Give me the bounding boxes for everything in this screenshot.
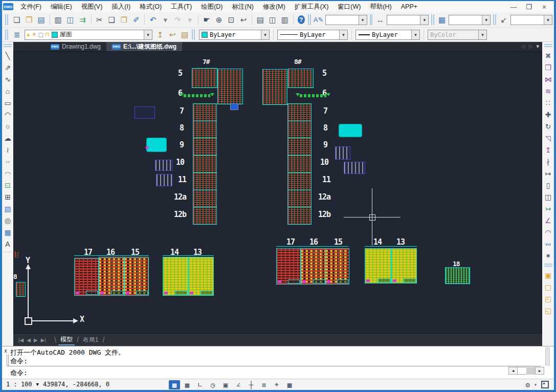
plan-frame[interactable] — [287, 121, 312, 139]
close-command-icon[interactable]: x — [4, 348, 7, 354]
rotate-button[interactable]: ↻ — [543, 120, 554, 132]
stretch-button[interactable]: ↥ — [543, 144, 554, 156]
toolbar-grip[interactable] — [431, 14, 434, 25]
tower-elevation-frame[interactable] — [74, 258, 99, 296]
otrack-toggle[interactable]: ∠ — [233, 380, 244, 389]
osnap-toggle[interactable]: ▣ — [220, 380, 231, 389]
plan-frame[interactable] — [193, 190, 217, 208]
zoom-previous-button[interactable]: ↩ — [237, 14, 250, 26]
menu-express-tools[interactable]: 扩展工具(X) — [291, 2, 333, 12]
open-button[interactable]: ❐ — [23, 14, 35, 26]
chamfer-button[interactable]: ∠ — [543, 214, 554, 226]
fillet-button[interactable]: ◠ — [543, 226, 554, 238]
linetype-combo[interactable]: ByLayer ▾ — [277, 30, 348, 40]
blend-curves-button[interactable]: ∾ — [543, 238, 554, 250]
tower-elevation-frame[interactable] — [99, 257, 124, 296]
tab-list-dropdown-icon[interactable]: ▾ — [536, 43, 539, 50]
plan-frame[interactable] — [288, 69, 314, 88]
tab-layout1[interactable]: 布局1 — [81, 335, 101, 345]
arc-button[interactable]: ◠ — [2, 108, 13, 120]
prev-layout-button[interactable]: ◀ — [27, 337, 31, 343]
tower-elevation-frame[interactable] — [276, 248, 301, 285]
block-8-title[interactable]: 8# — [294, 58, 301, 65]
menu-view[interactable]: 视图(V) — [77, 2, 107, 12]
dropdown-arrow-icon[interactable]: ▾ — [261, 30, 269, 39]
ortho-toggle[interactable]: ∟ — [194, 380, 206, 389]
building-outline[interactable] — [155, 160, 172, 171]
lwt-display-toggle[interactable]: ≡ — [258, 380, 270, 389]
tower-elevation-frame[interactable] — [365, 248, 391, 284]
tower-elevation-frame[interactable] — [391, 248, 417, 284]
elevation-annotation[interactable] — [300, 94, 326, 97]
fullscreen-icon[interactable] — [541, 381, 549, 388]
row-label[interactable]: 10 — [320, 159, 328, 166]
cursor-coordinates[interactable]: 439874, -284668, 0 — [43, 381, 109, 388]
draworder-back-button[interactable]: ▢ — [543, 281, 554, 293]
last-layout-button[interactable]: ▶| — [41, 337, 46, 343]
multiline-text-button[interactable]: A — [2, 238, 13, 250]
publish-button[interactable]: ⇉ — [77, 14, 89, 26]
dropdown-arrow-icon[interactable]: ▾ — [420, 15, 428, 25]
scrollbar-track[interactable] — [518, 367, 526, 375]
menu-edit[interactable]: 编辑(E) — [47, 2, 76, 12]
scale-dropdown-icon[interactable]: ▼ — [36, 382, 39, 387]
layer-lock-icon[interactable]: ⊓ — [45, 31, 50, 38]
sheet-label[interactable]: 18 — [453, 260, 460, 267]
row-label[interactable]: 9 — [323, 141, 327, 149]
toolbar-grip[interactable] — [5, 29, 8, 40]
redo-button[interactable]: ↷ — [171, 14, 184, 26]
command-input-prompt[interactable]: 命令: — [10, 368, 28, 378]
undo-dropdown-icon[interactable]: ▾ — [159, 14, 171, 26]
dropdown-arrow-icon[interactable]: ▾ — [411, 30, 419, 39]
plan-frame[interactable] — [193, 155, 217, 173]
row-label[interactable]: 12b — [318, 211, 330, 219]
pan-button[interactable]: ☛ — [201, 14, 213, 26]
building-outline[interactable] — [135, 106, 155, 119]
dropdown-arrow-icon[interactable]: ▾ — [544, 15, 552, 25]
layer-states-button[interactable]: ▤ — [179, 29, 191, 41]
toolbar-grip[interactable] — [544, 44, 552, 47]
grid-toggle[interactable]: ▦ — [182, 380, 193, 389]
toolbar-grip[interactable] — [544, 264, 552, 267]
sheet-label[interactable]: 17 — [286, 238, 295, 246]
undo-button[interactable]: ↶ — [147, 14, 159, 26]
tower-elevation-frame[interactable] — [301, 248, 326, 285]
layer-vp-freeze-icon[interactable]: ▢ — [38, 31, 43, 38]
plan-frame[interactable] — [192, 68, 217, 88]
plan-frame[interactable] — [193, 207, 217, 225]
menu-tools[interactable]: 工具(T) — [167, 2, 196, 12]
help-button[interactable]: ? — [298, 15, 305, 24]
tab-model[interactable]: 模型 — [58, 335, 75, 345]
dim-style-combo[interactable]: ▾ — [387, 15, 429, 25]
zoom-realtime-button[interactable]: ⊕ — [213, 14, 225, 26]
polygon-button[interactable]: ⌂ — [2, 85, 13, 97]
print-preview-button[interactable]: ◫ — [64, 14, 77, 26]
menu-dimension[interactable]: 标注(N) — [228, 2, 258, 12]
hatch-button[interactable]: ▨ — [2, 203, 13, 214]
spline-button[interactable]: ≀ — [2, 144, 13, 156]
plan-frame[interactable] — [287, 138, 312, 156]
drawing-canvas[interactable]: 7# 8# 5 6 7 8 9 10 11 12a 12b 5 6 7 8 9 … — [13, 51, 542, 334]
toolbar-grip[interactable] — [308, 14, 311, 25]
tower-elevation-frame[interactable] — [124, 257, 149, 296]
toolbar-grip[interactable] — [370, 14, 373, 25]
array-button[interactable]: ∷ — [543, 97, 554, 108]
sheet-label[interactable]: 14 — [373, 238, 382, 246]
dropdown-arrow-icon[interactable]: ▾ — [339, 30, 347, 39]
toolbar-grip[interactable] — [5, 14, 8, 25]
table-style-combo[interactable]: ▾ — [449, 15, 491, 25]
scrollbar-thumb[interactable] — [526, 367, 535, 375]
lineweight-combo[interactable]: ByLayer ▾ — [355, 30, 420, 40]
move-button[interactable]: ✚ — [543, 108, 554, 120]
row-label[interactable]: 12b — [174, 211, 186, 219]
menu-draw[interactable]: 绘图(D) — [197, 2, 227, 12]
dynamic-input-toggle[interactable]: ⌖ — [271, 380, 282, 389]
menu-format[interactable]: 格式(O) — [136, 2, 166, 12]
plan-frame[interactable] — [287, 172, 312, 190]
mirror-button[interactable]: ⋈ — [543, 73, 554, 85]
designcenter-button[interactable]: ◫ — [266, 14, 279, 26]
color-combo[interactable]: ByLayer ▾ — [199, 30, 270, 40]
sheet-label[interactable]: 16 — [309, 238, 318, 246]
properties-palette-button[interactable]: ▤ — [254, 14, 266, 26]
doc-tab-drawing1[interactable]: DWG Drawing1.dwg — [45, 42, 106, 51]
